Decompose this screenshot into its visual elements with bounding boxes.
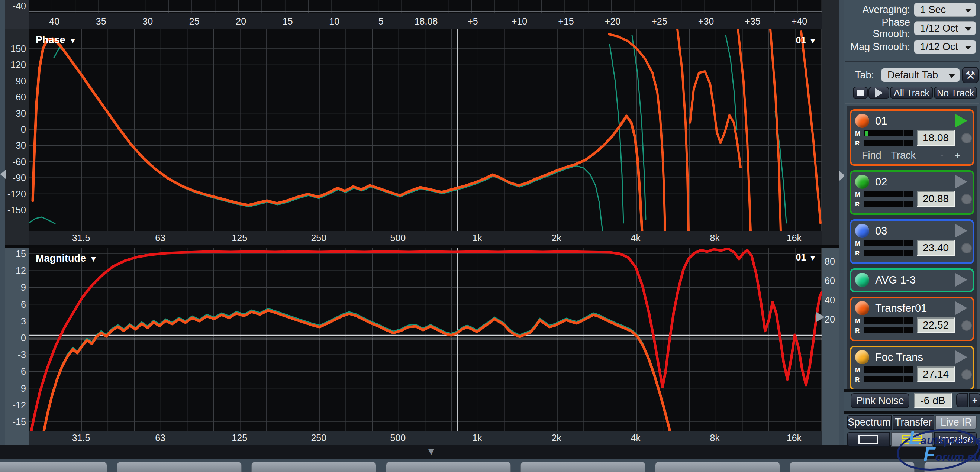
- track-row-transfer01[interactable]: Transfer01 M R 22.52: [850, 297, 974, 341]
- axis-tick-label: -40: [46, 13, 59, 29]
- track-delay-value[interactable]: 22.52: [917, 317, 955, 333]
- track-row-02[interactable]: 02 M R 20.88: [850, 170, 974, 215]
- mag-smooth-select[interactable]: 1/12 Oct: [914, 40, 976, 54]
- level-minus-button[interactable]: -: [956, 393, 968, 407]
- track-row-01[interactable]: 01 M R 18.08 Find Track - +: [850, 109, 974, 166]
- axis-tick-label: -35: [92, 13, 106, 29]
- track-delay-value[interactable]: 27.14: [917, 366, 955, 382]
- stop-button[interactable]: [853, 87, 868, 99]
- magnitude-plot[interactable]: [29, 248, 822, 431]
- axis-tick-label: -120: [7, 189, 26, 199]
- averaging-select[interactable]: 1 Sec: [914, 3, 976, 17]
- axis-tick-label: 9: [7, 282, 26, 292]
- axis-tick-label: +30: [698, 13, 714, 29]
- caret-down-icon: ▼: [809, 254, 816, 262]
- axis-tick-label: 30: [7, 108, 26, 119]
- track-radio[interactable]: [961, 320, 972, 331]
- taskbar-button[interactable]: [386, 462, 511, 472]
- all-track-button[interactable]: All Track: [890, 87, 933, 99]
- pink-noise-button[interactable]: Pink Noise: [851, 393, 909, 408]
- taskbar-button[interactable]: [117, 462, 242, 472]
- window-left-strip: [0, 0, 5, 459]
- divider: [844, 389, 980, 392]
- axis-tick-label: 125: [232, 231, 247, 245]
- no-track-button[interactable]: No Track: [934, 87, 977, 99]
- meter-r-label: R: [855, 250, 859, 257]
- caret-down-icon: [965, 27, 972, 31]
- track-name: 01: [875, 115, 887, 127]
- track-play-button[interactable]: [956, 224, 967, 237]
- tab-tools-button[interactable]: ⚒: [962, 67, 978, 83]
- meter-r-label: R: [855, 140, 859, 147]
- axis-tick-label: 63: [155, 231, 165, 245]
- delay-plus-button[interactable]: +: [955, 150, 961, 161]
- track-row-foc-trans[interactable]: Foc Trans M R 27.14: [850, 346, 974, 389]
- single-trace-button[interactable]: [847, 432, 890, 447]
- delay-minus-button[interactable]: -: [940, 150, 943, 161]
- axis-tick-label: 90: [7, 76, 26, 86]
- taskbar-button[interactable]: [0, 462, 107, 472]
- track-play-button[interactable]: [956, 301, 967, 315]
- phase-corner-track-label[interactable]: 01▼: [764, 35, 816, 46]
- play-button[interactable]: [869, 87, 889, 99]
- collapse-down-icon[interactable]: ▼: [426, 446, 436, 458]
- track-play-button[interactable]: [956, 175, 967, 188]
- meter-m-bar: [864, 366, 913, 373]
- track-delay-value[interactable]: 23.40: [917, 240, 955, 256]
- axis-tick-label: 31.5: [72, 231, 90, 245]
- track-play-button[interactable]: [956, 273, 967, 286]
- track-delay-value[interactable]: 20.88: [917, 191, 955, 207]
- tab-live-ir[interactable]: Live IR: [935, 415, 977, 430]
- track-delay-value[interactable]: 18.08: [917, 130, 955, 146]
- stop-icon: [858, 90, 864, 96]
- track-name: AVG 1-3: [875, 274, 916, 286]
- single-trace-icon: [858, 435, 878, 444]
- track-play-button[interactable]: [956, 350, 967, 364]
- taskbar-button[interactable]: [655, 462, 780, 472]
- axis-tick-label: 0: [7, 124, 26, 135]
- track-button[interactable]: Track: [891, 150, 916, 161]
- tab-select[interactable]: Default Tab: [881, 68, 960, 82]
- find-button[interactable]: Find: [862, 150, 881, 161]
- track-play-button[interactable]: [956, 114, 967, 127]
- tab-spectrum[interactable]: Spectrum: [847, 415, 891, 430]
- left-edge-arrow-icon[interactable]: [0, 170, 6, 179]
- axis-tick-label: 6: [7, 299, 26, 310]
- generator-level-value[interactable]: -6 dB: [914, 393, 952, 408]
- track-name: 02: [875, 176, 887, 188]
- magnitude-title[interactable]: Magnitude▼: [36, 253, 97, 264]
- phase-plot[interactable]: [29, 29, 822, 231]
- axis-tick-label: -3: [7, 350, 26, 360]
- meter-r-bar: [864, 201, 913, 207]
- phase-smooth-select[interactable]: 1/12 Oct: [914, 21, 976, 35]
- meter-m-label: M: [855, 317, 860, 325]
- track-radio[interactable]: [961, 133, 972, 143]
- caret-down-icon: ▼: [809, 37, 816, 45]
- taskbar-button[interactable]: [520, 462, 645, 472]
- phase-y-axis: 1501209060300-30-60-90-120-150: [5, 29, 29, 245]
- axis-tick-label: 500: [390, 231, 406, 245]
- meter-m-bar: [864, 130, 913, 137]
- track-row-03[interactable]: 03 M R 23.40: [850, 219, 974, 264]
- track-led: [855, 175, 869, 189]
- axis-tick-label: 500: [390, 431, 406, 445]
- track-radio[interactable]: [961, 369, 972, 380]
- track-name: Foc Trans: [875, 351, 923, 364]
- track-radio[interactable]: [961, 194, 972, 204]
- axis-tick-label: 250: [311, 231, 326, 245]
- phase-right-gutter: [822, 0, 839, 245]
- meter-r-label: R: [855, 201, 859, 208]
- axis-tick-label: -5: [375, 13, 383, 29]
- divider: [845, 61, 978, 62]
- meter-r-bar: [864, 250, 913, 256]
- level-plus-button[interactable]: +: [969, 393, 980, 407]
- phase-title[interactable]: Phase▼: [36, 34, 76, 46]
- track-radio[interactable]: [961, 243, 972, 253]
- track-led: [855, 224, 869, 238]
- taskbar-button[interactable]: [251, 462, 376, 472]
- magnitude-corner-track-label[interactable]: 01▼: [764, 252, 816, 263]
- track-row-avg-1-3[interactable]: AVG 1-3: [850, 269, 974, 292]
- logo-line2: Forum.eu: [923, 450, 980, 464]
- magnitude-edge-marker-icon[interactable]: [816, 312, 825, 322]
- track-led: [855, 301, 869, 315]
